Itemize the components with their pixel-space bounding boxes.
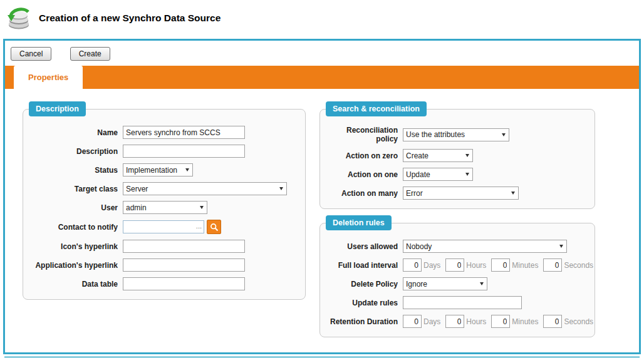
retention-duration-label: Retention Duration: [323, 317, 403, 326]
toolbar: Cancel Create: [5, 41, 639, 66]
name-label: Name: [26, 128, 123, 137]
field-row-data-table: Data table: [26, 277, 300, 290]
contact-search-button[interactable]: [207, 220, 221, 234]
target-class-select[interactable]: Server: [123, 182, 287, 195]
field-row-user: User admin: [26, 201, 300, 214]
full-load-hours-input[interactable]: [445, 258, 464, 272]
action-on-zero-label: Action on zero: [323, 151, 403, 160]
delete-policy-label: Delete Policy: [323, 280, 403, 289]
description-input[interactable]: [123, 145, 245, 158]
icon-hyperlink-input[interactable]: [123, 240, 245, 253]
full-load-interval-label: Full load interval: [323, 261, 403, 270]
contact-input-wrap: ...: [123, 220, 204, 233]
full-load-interval-duration: Days Hours Minutes Seconds: [403, 258, 598, 272]
action-on-many-select-wrap: Error: [403, 187, 519, 200]
users-allowed-label: Users allowed: [323, 242, 403, 251]
delete-policy-select-wrap: Ignore: [403, 277, 487, 290]
action-on-zero-select[interactable]: Create: [403, 149, 473, 162]
field-row-target-class: Target class Server: [26, 182, 300, 195]
user-label: User: [26, 203, 123, 212]
field-row-icon-hyperlink: Icon's hyperlink: [26, 240, 300, 253]
full-load-seconds-unit: Seconds: [564, 261, 593, 270]
icon-hyperlink-label: Icon's hyperlink: [26, 242, 123, 251]
description-legend: Description: [29, 101, 86, 116]
deletion-rules-legend: Deletion rules: [326, 215, 392, 230]
action-on-one-label: Action on one: [323, 170, 403, 179]
action-on-one-select-wrap: Update: [403, 168, 473, 181]
main-panel: Cancel Create Properties Description Nam…: [3, 39, 641, 354]
action-on-one-select[interactable]: Update: [403, 168, 473, 181]
retention-minutes-unit: Minutes: [512, 317, 538, 326]
field-row-retention-duration: Retention Duration Days Hours Minutes Se…: [323, 315, 589, 328]
action-on-zero-select-wrap: Create: [403, 149, 473, 162]
search-reconciliation-legend: Search & reconciliation: [326, 101, 427, 116]
create-button[interactable]: Create: [70, 47, 110, 61]
magnifier-icon: [210, 223, 219, 232]
full-load-hours-unit: Hours: [466, 261, 486, 270]
field-row-description: Description: [26, 145, 300, 158]
full-load-days-unit: Days: [423, 261, 440, 270]
delete-policy-select[interactable]: Ignore: [403, 277, 487, 290]
retention-hours-unit: Hours: [466, 317, 486, 326]
full-load-seconds-input[interactable]: [543, 258, 562, 272]
tab-bar: Properties: [5, 66, 639, 89]
search-reconciliation-fieldset: Search & reconciliation Reconciliation p…: [319, 109, 595, 209]
user-select[interactable]: admin: [123, 201, 207, 214]
contact-to-notify-label: Contact to notify: [26, 223, 123, 232]
field-row-action-on-zero: Action on zero Create: [323, 149, 589, 162]
field-row-full-load-interval: Full load interval Days Hours Minutes Se…: [323, 258, 589, 272]
retention-minutes-input[interactable]: [491, 315, 510, 328]
page-title: Creation of a new Synchro Data Source: [39, 13, 221, 24]
reconciliation-policy-select-wrap: Use the attributes: [403, 128, 509, 141]
reconciliation-policy-label: Reconciliation policy: [323, 126, 403, 143]
user-select-wrap: admin: [123, 201, 207, 214]
field-row-application-hyperlink: Application's hyperlink: [26, 258, 300, 272]
action-on-many-label: Action on many: [323, 189, 403, 198]
field-row-users-allowed: Users allowed Nobody: [323, 240, 589, 253]
full-load-days-input[interactable]: [403, 258, 422, 272]
update-rules-label: Update rules: [323, 299, 403, 307]
full-load-minutes-unit: Minutes: [512, 261, 538, 270]
contact-to-notify-input[interactable]: [123, 220, 204, 233]
application-hyperlink-input[interactable]: [123, 258, 245, 272]
right-column: Search & reconciliation Reconciliation p…: [319, 109, 595, 337]
retention-seconds-input[interactable]: [543, 315, 562, 328]
field-row-name: Name: [26, 126, 300, 139]
field-row-reconciliation-policy: Reconciliation policy Use the attributes: [323, 126, 589, 143]
reconciliation-policy-select[interactable]: Use the attributes: [403, 128, 509, 141]
action-on-many-select[interactable]: Error: [403, 187, 519, 200]
users-allowed-select[interactable]: Nobody: [403, 240, 567, 253]
status-select[interactable]: Implementation: [123, 163, 193, 176]
field-row-action-on-one: Action on one Update: [323, 168, 589, 181]
app-logo-icon: [4, 3, 34, 33]
name-input[interactable]: [123, 126, 245, 139]
app-header: Creation of a new Synchro Data Source: [0, 0, 644, 36]
users-allowed-select-wrap: Nobody: [403, 240, 567, 253]
field-row-action-on-many: Action on many Error: [323, 187, 589, 200]
application-hyperlink-label: Application's hyperlink: [26, 261, 123, 270]
tab-properties[interactable]: Properties: [14, 66, 83, 89]
retention-seconds-unit: Seconds: [564, 317, 593, 326]
retention-days-input[interactable]: [403, 315, 422, 328]
description-fieldset: Description Name Description Status Impl…: [23, 109, 306, 300]
form-content: Description Name Description Status Impl…: [5, 89, 639, 337]
update-rules-input[interactable]: [403, 296, 522, 309]
data-table-label: Data table: [26, 280, 123, 289]
full-load-minutes-input[interactable]: [491, 258, 510, 272]
cancel-button[interactable]: Cancel: [11, 47, 51, 61]
retention-duration-duration: Days Hours Minutes Seconds: [403, 315, 598, 328]
field-row-contact-to-notify: Contact to notify ...: [26, 220, 300, 234]
retention-hours-input[interactable]: [445, 315, 464, 328]
description-label: Description: [26, 147, 123, 156]
field-row-delete-policy: Delete Policy Ignore: [323, 277, 589, 290]
deletion-rules-fieldset: Deletion rules Users allowed Nobody Full…: [319, 223, 595, 337]
field-row-update-rules: Update rules: [323, 296, 589, 309]
retention-days-unit: Days: [423, 317, 440, 326]
target-class-select-wrap: Server: [123, 182, 287, 195]
status-label: Status: [26, 166, 123, 175]
status-select-wrap: Implementation: [123, 163, 193, 176]
data-table-input[interactable]: [123, 277, 245, 290]
field-row-status: Status Implementation: [26, 163, 300, 176]
left-column: Description Name Description Status Impl…: [23, 109, 306, 337]
target-class-label: Target class: [26, 185, 123, 193]
